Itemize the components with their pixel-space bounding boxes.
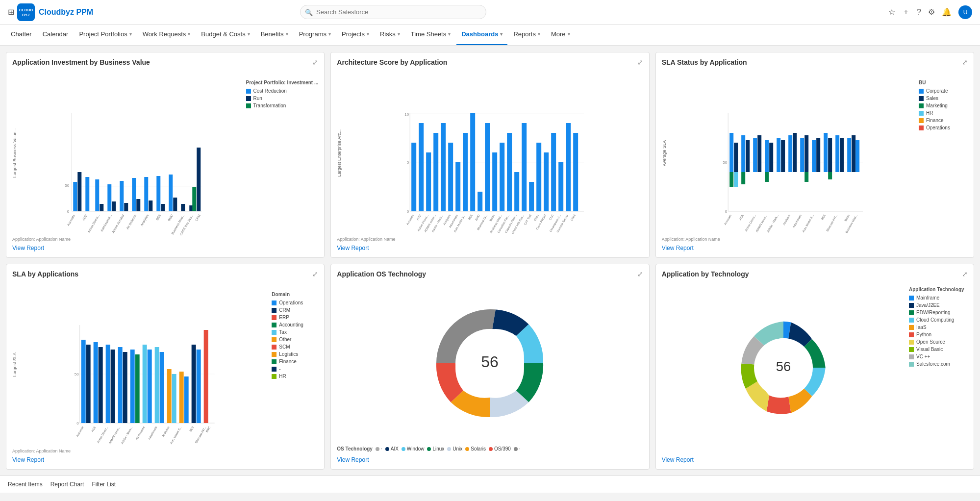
nav-calendar[interactable]: Calendar — [38, 25, 74, 46]
view-report-5[interactable]: View Report — [337, 456, 643, 463]
legend-item-other: Other — [272, 337, 318, 342]
legend-aix: AIX — [385, 446, 399, 451]
svg-rect-120 — [824, 133, 828, 172]
svg-rect-11 — [95, 179, 99, 211]
svg-rect-155 — [143, 345, 147, 423]
svg-rect-64 — [529, 182, 534, 211]
legend-dot-run — [246, 96, 251, 101]
svg-rect-21 — [156, 176, 160, 211]
svg-rect-58 — [485, 123, 490, 211]
nav-more[interactable]: More ▾ — [546, 25, 575, 46]
legend-iaas: IaaS — [909, 325, 968, 330]
expand-icon-1[interactable]: ⤢ — [312, 58, 318, 66]
nav-time-sheets[interactable]: Time Sheets ▾ — [406, 25, 456, 46]
logo-icon: CLOUD BYZ — [17, 3, 35, 21]
nav-risks[interactable]: Risks ▾ — [375, 25, 405, 46]
bar-chart-svg-3: 0 50 — [669, 108, 915, 236]
svg-rect-114 — [793, 133, 797, 172]
search-icon: 🔍 — [305, 8, 313, 16]
svg-rect-127 — [855, 140, 859, 172]
svg-text:50: 50 — [75, 372, 79, 376]
svg-rect-63 — [522, 123, 527, 211]
donut-svg-6: 56 — [725, 309, 842, 426]
svg-rect-126 — [852, 135, 855, 172]
footer-tab-report-chart[interactable]: Report Chart — [50, 480, 84, 489]
legend-item-erp: ERP — [272, 315, 318, 320]
nav-projects[interactable]: Projects ▾ — [337, 25, 374, 46]
svg-text:56: 56 — [776, 359, 791, 374]
svg-rect-100 — [729, 172, 733, 187]
svg-text:Accurate: Accurate — [724, 214, 732, 225]
expand-icon-3[interactable]: ⤢ — [962, 58, 968, 66]
view-report-4[interactable]: View Report — [12, 456, 318, 463]
help-icon[interactable]: ? — [917, 8, 921, 17]
svg-rect-101 — [734, 143, 738, 172]
svg-rect-105 — [746, 140, 750, 172]
svg-rect-19 — [144, 177, 148, 211]
chart-os-technology: Application OS Technology ⤢ — [330, 264, 649, 470]
svg-text:Adobe - Mark...: Adobe - Mark... — [766, 214, 779, 233]
nav-dashboards[interactable]: Dashboards ▾ — [456, 25, 507, 46]
legend-item-run: Run — [246, 96, 319, 101]
expand-icon-2[interactable]: ⤢ — [637, 58, 643, 66]
add-icon[interactable]: ＋ — [902, 7, 910, 17]
view-report-1[interactable]: View Report — [12, 245, 318, 251]
donut-area-5: 56 — [337, 282, 643, 444]
svg-text:Air Defense: Air Defense — [135, 426, 146, 441]
svg-text:Adobe - Mark...: Adobe - Mark... — [121, 426, 133, 445]
svg-rect-103 — [741, 135, 745, 172]
expand-icon-4[interactable]: ⤢ — [312, 270, 318, 278]
nav-benefits[interactable]: Benefits ▾ — [256, 25, 293, 46]
legend-java: Java/J2EE — [909, 302, 968, 308]
nav-chatter[interactable]: Chatter — [6, 25, 37, 46]
expand-icon-6[interactable]: ⤢ — [962, 270, 968, 278]
svg-rect-122 — [828, 172, 832, 179]
notification-icon[interactable]: 🔔 — [942, 7, 952, 17]
nav-reports[interactable]: Reports ▾ — [508, 25, 545, 46]
legend-1: Project Portfolio: Investment ... Cost R… — [246, 70, 319, 236]
svg-rect-158 — [160, 352, 164, 423]
nav-programs[interactable]: Programs ▾ — [294, 25, 336, 46]
settings-icon[interactable]: ⚙ — [928, 7, 935, 17]
y-axis-label-4: Largest SLA — [12, 352, 17, 377]
legend-item-crm: CRM — [272, 307, 318, 313]
svg-rect-153 — [130, 350, 135, 423]
chart-title-4: SLA by Applications — [12, 270, 78, 278]
legend-item-hr-domain: HR — [272, 374, 318, 379]
nav-work-requests[interactable]: Work Requests ▾ — [138, 25, 196, 46]
legend-label-transformation: Transformation — [253, 103, 286, 108]
view-report-2[interactable]: View Report — [337, 245, 643, 251]
view-report-3[interactable]: View Report — [662, 245, 968, 251]
star-icon[interactable]: ☆ — [888, 7, 895, 17]
nav-project-portfolios[interactable]: Project Portfolios ▾ — [74, 25, 136, 46]
svg-rect-152 — [123, 352, 127, 423]
nav-bar: Chatter Calendar Project Portfolios ▾ Wo… — [0, 25, 980, 46]
svg-rect-8 — [73, 182, 77, 211]
chart-architecture-score: Architecture Score by Application ⤢ Larg… — [330, 52, 649, 258]
user-avatar[interactable]: U — [958, 5, 972, 19]
app-name: Cloudbyz PPM — [39, 8, 93, 17]
footer-tab-filter-list[interactable]: Filter List — [92, 480, 116, 489]
svg-text:Auto Model S...: Auto Model S... — [802, 214, 814, 233]
legend-python: Python — [909, 332, 968, 337]
footer-tab-recent-items[interactable]: Recent Items — [8, 480, 43, 489]
chart-title-2: Architecture Score by Application — [337, 58, 447, 66]
expand-icon-5[interactable]: ⤢ — [637, 270, 643, 278]
svg-rect-164 — [197, 350, 201, 423]
svg-text:Accurate: Accurate — [66, 214, 75, 226]
view-report-6[interactable]: View Report — [662, 456, 968, 463]
svg-text:CRM: CRM — [195, 214, 201, 222]
search-input[interactable] — [300, 5, 486, 19]
legend-item-corporate: Corporate — [919, 88, 968, 94]
y-axis-label-2: Largest Enterprise Arc... — [337, 129, 342, 177]
svg-text:ACE: ACE — [738, 214, 744, 221]
svg-rect-22 — [161, 204, 165, 211]
svg-rect-116 — [804, 135, 808, 172]
nav-budget-costs[interactable]: Budget & Costs ▾ — [196, 25, 254, 46]
svg-text:BEZ: BEZ — [821, 214, 826, 220]
svg-text:ADMIN serve...: ADMIN serve... — [755, 214, 768, 233]
grid-icon[interactable]: ⊞ — [8, 7, 14, 17]
legend-item-scm: SCM — [272, 344, 318, 350]
x-axis-label-2: Application: Application Name — [337, 237, 643, 242]
svg-text:50: 50 — [723, 160, 727, 165]
